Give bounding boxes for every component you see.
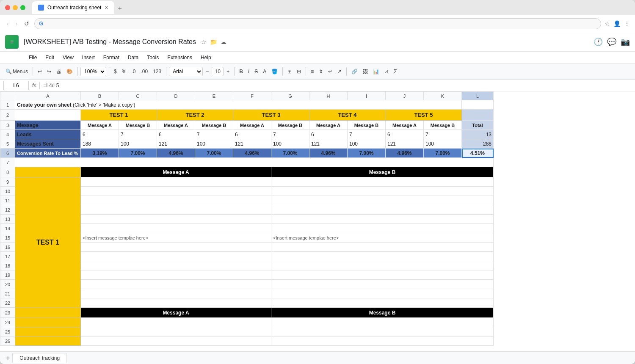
star-icon[interactable]: ☆ (201, 39, 207, 45)
test4-header[interactable]: TEST 4 (309, 110, 386, 121)
r19-b-content[interactable] (271, 270, 494, 280)
col-header-l[interactable]: L (462, 92, 494, 100)
notice-cell[interactable]: Create your own sheet (Click 'File' > 'M… (15, 100, 462, 110)
col-header-k[interactable]: K (424, 92, 462, 100)
close-button[interactable] (5, 5, 10, 10)
r16-b-content[interactable] (271, 243, 494, 252)
minimize-button[interactable] (13, 5, 18, 10)
paint-format-button[interactable]: 🎨 (64, 67, 75, 76)
add-sheet-button[interactable]: + (3, 353, 12, 363)
r17-content[interactable] (81, 252, 271, 261)
increase-font-button[interactable]: + (224, 67, 232, 76)
menu-file[interactable]: File (25, 53, 40, 62)
r22-content[interactable] (81, 298, 271, 308)
r25-b-content[interactable] (271, 327, 494, 336)
cloud-icon[interactable]: ☁ (221, 39, 226, 45)
r13-b-content[interactable] (271, 215, 494, 224)
currency-button[interactable]: $ (112, 67, 119, 76)
comment-icon[interactable]: 💬 (607, 37, 616, 47)
row-header-13[interactable]: 13 (0, 215, 15, 224)
increase-decimal-button[interactable]: .00 (138, 67, 150, 76)
r13-content[interactable] (81, 215, 271, 224)
forward-button[interactable]: › (14, 19, 19, 28)
valign-button[interactable]: ⇕ (317, 67, 325, 76)
new-tab-button[interactable]: + (114, 3, 125, 14)
insert-image-button[interactable]: 🖼 (361, 67, 370, 76)
r3-d[interactable]: Message A (157, 121, 195, 130)
r6-g[interactable]: 7.00% (271, 149, 309, 158)
r21-content[interactable] (81, 289, 271, 298)
col-header-a[interactable]: A (15, 92, 81, 100)
row-header-19[interactable]: 19 (0, 270, 15, 280)
r4-k[interactable]: 7 (424, 130, 462, 139)
row-header-3[interactable]: 3 (0, 121, 15, 130)
r5-f[interactable]: 121 (233, 139, 271, 149)
r24-content[interactable] (81, 318, 271, 327)
r16-content[interactable] (81, 243, 271, 252)
col-header-b[interactable]: B (81, 92, 119, 100)
doc-title[interactable]: [WORKSHEET] A/B Testing - Message Conver… (24, 38, 196, 46)
wrap-button[interactable]: ↵ (326, 67, 334, 76)
col-header-f[interactable]: F (233, 92, 271, 100)
r21-b-content[interactable] (271, 289, 494, 298)
menus-button[interactable]: 🔍 Menus (3, 67, 30, 76)
r5-c[interactable]: 100 (119, 139, 157, 149)
r5-g[interactable]: 100 (271, 139, 309, 149)
r6-k[interactable]: 7.00% (424, 149, 462, 158)
r5-d[interactable]: 121 (157, 139, 195, 149)
row-header-9[interactable]: 9 (0, 177, 15, 187)
r19-content[interactable] (81, 270, 271, 280)
address-bar[interactable]: G (34, 18, 601, 29)
r26-b-content[interactable] (271, 336, 494, 346)
row-header-26[interactable]: 26 (0, 336, 15, 346)
percent-button[interactable]: % (120, 67, 129, 76)
r6-c[interactable]: 7.00% (119, 149, 157, 158)
formula-input[interactable] (43, 81, 632, 90)
r6-d[interactable]: 4.96% (157, 149, 195, 158)
r10-b-content[interactable] (271, 187, 494, 196)
col-header-e[interactable]: E (195, 92, 233, 100)
r3-b[interactable]: Message A (81, 121, 119, 130)
row-header-2[interactable]: 2 (0, 110, 15, 121)
r6-h[interactable]: 4.96% (309, 149, 348, 158)
link-button[interactable]: 🔗 (349, 67, 360, 76)
test2-header[interactable]: TEST 2 (157, 110, 233, 121)
r9-msg-b-content[interactable] (271, 177, 494, 187)
r18-b-content[interactable] (271, 261, 494, 270)
r3-i[interactable]: Message B (348, 121, 386, 130)
r11-b-content[interactable] (271, 196, 494, 205)
col-header-j[interactable]: J (386, 92, 424, 100)
r5-h[interactable]: 121 (309, 139, 348, 149)
menu-tools[interactable]: Tools (144, 53, 162, 62)
row-header-7[interactable]: 7 (0, 158, 15, 167)
history-icon[interactable]: 🕐 (594, 37, 603, 47)
sheet-tab-1[interactable]: Outreach tracking (12, 353, 67, 363)
r5-j[interactable]: 121 (386, 139, 424, 149)
r24-b-content[interactable] (271, 318, 494, 327)
r4-f[interactable]: 6 (233, 130, 271, 139)
r5-e[interactable]: 100 (195, 139, 233, 149)
menu-insert[interactable]: Insert (79, 53, 98, 62)
menu-edit[interactable]: Edit (42, 53, 58, 62)
row-header-6[interactable]: 6 (0, 149, 15, 158)
menu-extensions[interactable]: Extensions (164, 53, 196, 62)
chart-button[interactable]: 📊 (371, 67, 381, 76)
folder-icon[interactable]: 📁 (210, 39, 217, 45)
r3-c[interactable]: Message B (119, 121, 157, 130)
r6-f[interactable]: 4.96% (233, 149, 271, 158)
r3-j[interactable]: Message A (386, 121, 424, 130)
r9-msg-a-content[interactable] (81, 177, 271, 187)
row-header-10[interactable]: 10 (0, 187, 15, 196)
test3-header[interactable]: TEST 3 (233, 110, 309, 121)
r3-g[interactable]: Message B (271, 121, 309, 130)
r4-i[interactable]: 7 (348, 130, 386, 139)
merge-button[interactable]: ⊟ (295, 67, 303, 76)
bold-button[interactable]: B (237, 67, 245, 76)
r22-b-content[interactable] (271, 298, 494, 308)
col-header-d[interactable]: D (157, 92, 195, 100)
r5-i[interactable]: 100 (348, 139, 386, 149)
r6-j[interactable]: 4.96% (386, 149, 424, 158)
r25-content[interactable] (81, 327, 271, 336)
row-header-23[interactable]: 23 (0, 308, 15, 318)
r3-f[interactable]: Message A (233, 121, 271, 130)
